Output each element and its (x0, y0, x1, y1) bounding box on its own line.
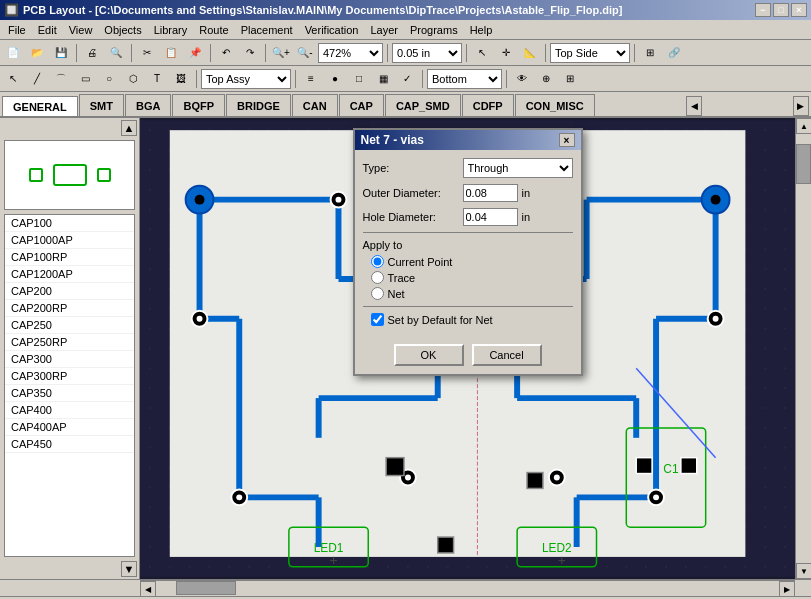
radio-net[interactable] (371, 287, 384, 300)
radio-current-point[interactable] (371, 255, 384, 268)
select-tool[interactable]: ↖ (2, 68, 24, 90)
arc-tool[interactable]: ⌒ (50, 68, 72, 90)
list-item[interactable]: CAP200RP (5, 300, 134, 317)
measure-select[interactable]: 0.05 in (392, 43, 462, 63)
menu-item-view[interactable]: View (63, 22, 99, 38)
side-select[interactable]: Top Side (550, 43, 630, 63)
menu-item-objects[interactable]: Objects (98, 22, 147, 38)
layer-vis-button[interactable]: 👁 (511, 68, 533, 90)
tab-cap-smd[interactable]: CAP_SMD (385, 94, 461, 116)
tab-bga[interactable]: BGA (125, 94, 171, 116)
list-item[interactable]: CAP250RP (5, 334, 134, 351)
menu-item-library[interactable]: Library (148, 22, 194, 38)
snap-button[interactable]: 🔗 (663, 42, 685, 64)
tab-smt[interactable]: SMT (79, 94, 124, 116)
menu-item-programs[interactable]: Programs (404, 22, 464, 38)
radio-trace[interactable] (371, 271, 384, 284)
list-item[interactable]: CAP450 (5, 436, 134, 453)
list-item[interactable]: CAP1000AP (5, 232, 134, 249)
close-button[interactable]: × (791, 3, 807, 17)
measure-tool[interactable]: 📐 (519, 42, 541, 64)
pointer-tool[interactable]: ↖ (471, 42, 493, 64)
image-tool[interactable]: 🖼 (170, 68, 192, 90)
tab-prev[interactable]: ◀ (686, 96, 702, 116)
trace-tool[interactable]: ╱ (26, 68, 48, 90)
dialog-close-button[interactable]: × (559, 133, 575, 147)
list-item[interactable]: CAP1200AP (5, 266, 134, 283)
tab-bridge[interactable]: BRIDGE (226, 94, 291, 116)
list-item[interactable]: CAP400AP (5, 419, 134, 436)
print-button[interactable]: 🖨 (81, 42, 103, 64)
scroll-up[interactable]: ▲ (796, 118, 811, 134)
rect-tool[interactable]: ▭ (74, 68, 96, 90)
scroll-left[interactable]: ◀ (140, 581, 156, 597)
copper-tool[interactable]: ▦ (372, 68, 394, 90)
outer-diameter-input[interactable] (463, 184, 518, 202)
cross-tool[interactable]: ✛ (495, 42, 517, 64)
text-tool[interactable]: T (146, 68, 168, 90)
undo-button[interactable]: ↶ (215, 42, 237, 64)
hole-diameter-input[interactable] (463, 208, 518, 226)
via-tool[interactable]: ● (324, 68, 346, 90)
tab-next[interactable]: ▶ (793, 96, 809, 116)
save-button[interactable]: 💾 (50, 42, 72, 64)
menu-item-route[interactable]: Route (193, 22, 234, 38)
open-button[interactable]: 📂 (26, 42, 48, 64)
redo-button[interactable]: ↷ (239, 42, 261, 64)
menu-item-layer[interactable]: Layer (364, 22, 404, 38)
cut-button[interactable]: ✂ (136, 42, 158, 64)
new-button[interactable]: 📄 (2, 42, 24, 64)
copy-button[interactable]: 📋 (160, 42, 182, 64)
print-preview-button[interactable]: 🔍 (105, 42, 127, 64)
tab-cdfp[interactable]: CDFP (462, 94, 514, 116)
tab-bqfp[interactable]: BQFP (172, 94, 225, 116)
zoom-in-button[interactable]: 🔍+ (270, 42, 292, 64)
default-net-checkbox[interactable] (371, 313, 384, 326)
minimize-button[interactable]: − (755, 3, 771, 17)
pad-tool[interactable]: □ (348, 68, 370, 90)
scroll-up-button[interactable]: ▲ (121, 120, 137, 136)
grid-button[interactable]: ⊞ (639, 42, 661, 64)
menu-item-file[interactable]: File (2, 22, 32, 38)
circle-tool[interactable]: ○ (98, 68, 120, 90)
tab-con-misc[interactable]: CON_MISC (515, 94, 595, 116)
zoom-out-button[interactable]: 🔍- (294, 42, 316, 64)
scroll-thumb-v[interactable] (796, 144, 811, 184)
list-item[interactable]: CAP400 (5, 402, 134, 419)
pcb-canvas[interactable]: C1 LED1 LED2 (140, 118, 795, 579)
cancel-button[interactable]: Cancel (472, 344, 542, 366)
component-button[interactable]: ⊕ (535, 68, 557, 90)
list-item[interactable]: CAP300RP (5, 368, 134, 385)
scroll-down[interactable]: ▼ (796, 563, 811, 579)
menu-item-edit[interactable]: Edit (32, 22, 63, 38)
scroll-thumb-h[interactable] (176, 581, 236, 595)
tab-general[interactable]: GENERAL (2, 96, 78, 118)
list-item[interactable]: CAP100 (5, 215, 134, 232)
menu-item-verification[interactable]: Verification (299, 22, 365, 38)
list-item[interactable]: CAP100RP (5, 249, 134, 266)
paste-button[interactable]: 📌 (184, 42, 206, 64)
list-item[interactable]: CAP250 (5, 317, 134, 334)
list-item[interactable]: CAP350 (5, 385, 134, 402)
pattern-select[interactable]: Top Assy (201, 69, 291, 89)
drc-tool[interactable]: ✓ (396, 68, 418, 90)
menu-item-placement[interactable]: Placement (235, 22, 299, 38)
list-item[interactable]: CAP200 (5, 283, 134, 300)
divider1 (363, 232, 573, 233)
scroll-down-button[interactable]: ▼ (121, 561, 137, 577)
type-select[interactable]: Through (463, 158, 573, 178)
tab-can[interactable]: CAN (292, 94, 338, 116)
scroll-track-v[interactable] (796, 134, 811, 563)
ok-button[interactable]: OK (394, 344, 464, 366)
tab-cap[interactable]: CAP (339, 94, 384, 116)
scroll-right[interactable]: ▶ (779, 581, 795, 597)
maximize-button[interactable]: □ (773, 3, 789, 17)
zoom-select[interactable]: 472% (318, 43, 383, 63)
scroll-track-h[interactable] (156, 581, 779, 596)
menu-item-help[interactable]: Help (464, 22, 499, 38)
layer-select[interactable]: Bottom (427, 69, 502, 89)
route-tool[interactable]: ≡ (300, 68, 322, 90)
poly-tool[interactable]: ⬡ (122, 68, 144, 90)
netlist-button[interactable]: ⊞ (559, 68, 581, 90)
list-item[interactable]: CAP300 (5, 351, 134, 368)
